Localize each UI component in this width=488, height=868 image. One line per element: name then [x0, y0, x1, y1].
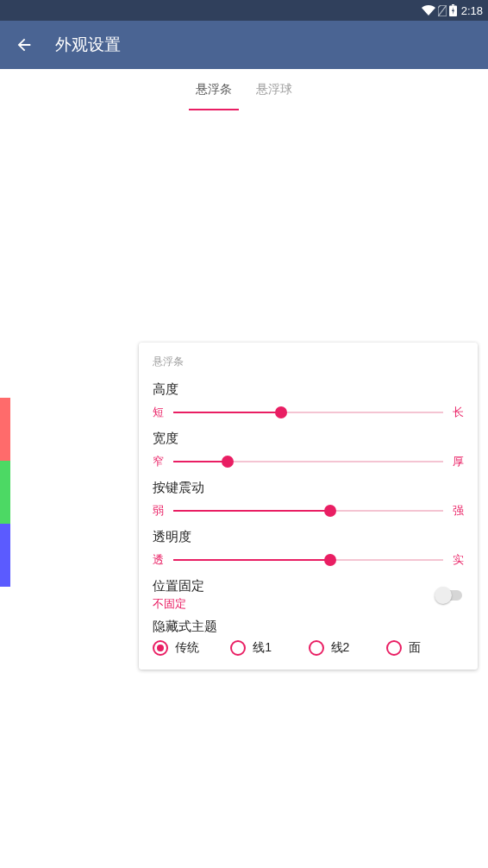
slider-max-label: 长: [452, 405, 464, 420]
vibration-slider[interactable]: [173, 500, 443, 521]
tab-label: 悬浮条: [196, 82, 232, 97]
width-slider[interactable]: [173, 451, 443, 472]
radio-traditional[interactable]: 传统: [153, 640, 230, 656]
section-label: 悬浮条: [153, 355, 464, 369]
slider-min-label: 窄: [153, 454, 165, 469]
height-slider[interactable]: [173, 402, 443, 423]
setting-opacity: 透明度 透 实: [153, 529, 464, 573]
setting-title: 位置固定: [153, 578, 204, 594]
radio-label: 传统: [175, 640, 199, 656]
radio-label: 线1: [253, 640, 272, 656]
setting-title: 透明度: [153, 529, 464, 545]
radio-icon: [153, 640, 168, 656]
radio-line1[interactable]: 线1: [230, 640, 308, 656]
app-bar: 外观设置: [0, 21, 488, 69]
slider-max-label: 实: [452, 552, 464, 568]
setting-width: 宽度 窄 厚: [153, 431, 464, 475]
radio-label: 线2: [331, 640, 350, 656]
setting-height: 高度 短 长: [153, 381, 464, 425]
tab-floating-ball[interactable]: 悬浮球: [244, 69, 304, 110]
slider-max-label: 厚: [452, 454, 464, 469]
slider-min-label: 透: [153, 552, 165, 568]
radio-surface[interactable]: 面: [386, 640, 464, 656]
radio-icon: [230, 640, 246, 656]
setting-subtitle: 不固定: [153, 596, 204, 612]
settings-card: 悬浮条 高度 短 长 宽度 窄 厚 按键震动 弱 强: [139, 343, 478, 670]
setting-title: 按键震动: [153, 480, 464, 496]
tab-floating-bar[interactable]: 悬浮条: [184, 69, 244, 110]
svg-rect-2: [452, 4, 454, 6]
slider-min-label: 弱: [153, 503, 165, 519]
side-color-strip: [0, 398, 10, 587]
battery-icon: [449, 4, 457, 16]
status-bar: 2:18: [0, 0, 488, 21]
radio-line2[interactable]: 线2: [309, 640, 386, 656]
setting-title: 宽度: [153, 431, 464, 447]
slider-max-label: 强: [452, 503, 464, 519]
tab-bar: 悬浮条 悬浮球: [0, 69, 488, 110]
opacity-slider[interactable]: [173, 550, 443, 570]
radio-icon: [309, 640, 324, 656]
status-time: 2:18: [461, 4, 483, 17]
color-strip-blue: [0, 524, 10, 587]
back-button[interactable]: [14, 35, 34, 55]
color-strip-green: [0, 461, 10, 524]
tab-label: 悬浮球: [256, 82, 292, 97]
slider-min-label: 短: [153, 405, 165, 420]
color-strip-red: [0, 398, 10, 461]
setting-position-lock: 位置固定 不固定: [153, 578, 464, 612]
page-title: 外观设置: [55, 34, 121, 56]
radio-label: 面: [409, 640, 421, 656]
position-lock-switch[interactable]: [435, 587, 464, 604]
sim-icon: [438, 5, 447, 16]
setting-hidden-theme: 隐藏式主题 传统 线1 线2 面: [153, 619, 464, 656]
setting-vibration: 按键震动 弱 强: [153, 480, 464, 524]
setting-title: 高度: [153, 381, 464, 398]
radio-icon: [386, 640, 402, 656]
setting-title: 隐藏式主题: [153, 619, 464, 635]
wifi-icon: [422, 5, 435, 16]
